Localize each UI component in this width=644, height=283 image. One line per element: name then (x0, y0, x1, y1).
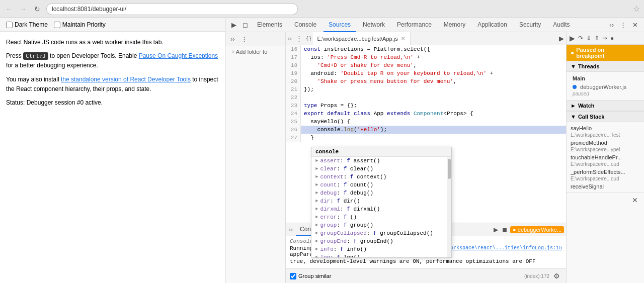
close-devtools-button[interactable]: ✕ (630, 20, 640, 30)
code-line-20: 20 'Shake or press menu button for dev m… (286, 77, 566, 85)
console-source-link[interactable]: E:\workspace\react\...ities\infoLog.js:1… (438, 245, 562, 251)
callstack-file-perform: E:\workspace\re...oud (567, 176, 644, 182)
callstack-item-say-hello[interactable]: sayHello (567, 124, 644, 132)
step-out-button[interactable]: ⇑ (593, 34, 600, 43)
group-similar-bar: Group similar (index):172 ⚙ (286, 268, 566, 283)
tab-security[interactable]: Security (514, 18, 546, 32)
tab-console[interactable]: Console (289, 18, 321, 32)
device-mode-button[interactable]: ◻ (240, 20, 250, 30)
console-stop-button[interactable]: ◼ (501, 225, 508, 234)
forward-button[interactable]: → (18, 4, 28, 14)
maintain-priority-checkbox-label[interactable]: Maintain Priority (54, 21, 106, 28)
code-line-19: 19 android: 'Double tap R on your keyboa… (286, 69, 566, 77)
callstack-item-touchable[interactable]: touchableHandlePr... (567, 153, 644, 161)
more-code-tabs-button[interactable]: ›› (286, 34, 294, 43)
call-stack-section-header[interactable]: ▼ Call Stack (567, 111, 644, 122)
app-js-tab[interactable]: E:\workspace\re...bugTest\App.js ✕ (313, 32, 410, 45)
threads-section-header[interactable]: ▼ Threads (567, 61, 644, 72)
app-js-tab-label: E:\workspace\re...bugTest\App.js (317, 36, 397, 42)
resume-button[interactable]: ▶ (569, 33, 576, 43)
console-play-button[interactable]: ▶ (493, 225, 499, 234)
standalone-devtools-link[interactable]: the standalone version of React Develope… (61, 76, 191, 83)
code-line-26: 26 console.log('Hello'); (286, 126, 566, 134)
group-similar-label: Group similar (298, 273, 331, 279)
bookmark-icon: ☆ (633, 4, 640, 14)
step-into-button[interactable]: ⇓ (585, 34, 592, 43)
call-stack-label: Call Stack (578, 114, 605, 120)
autocomplete-item-label: clear: f clear() (320, 166, 373, 172)
paused-text: Paused on breakpoint (576, 47, 604, 59)
autocomplete-item[interactable]: ► dirxml: f dirxml() (311, 205, 447, 213)
tab-performance[interactable]: Performance (392, 18, 437, 32)
step-over-button[interactable]: ↷ (577, 34, 584, 43)
more-sources-button[interactable]: ›› (228, 34, 237, 44)
watch-collapse-icon: ► (571, 103, 576, 109)
callstack-item-receive[interactable]: receiveSignal (567, 182, 644, 191)
inspect-element-button[interactable]: ▶ (229, 20, 238, 30)
code-tab-bar: ›› ⋮ { } E:\workspace\re...bugTest\App.j… (286, 32, 566, 45)
autocomplete-arrow-icon: ► (315, 215, 318, 220)
callstack-file-touchable: E:\workspace\re...oud (567, 161, 644, 168)
devtools-toolbar: ▶ ◻ Elements Console Sources Network Per… (225, 18, 644, 32)
format-code-button[interactable]: { } (304, 35, 313, 42)
paused-controls-area: ▶ ↷ ⇓ ⇑ ⇒ ● ● Paused on breakpoint (567, 32, 644, 61)
file-sidebar: ›› ⋮ + Add folder to (225, 32, 286, 283)
autocomplete-item[interactable]: ► context: f context() (311, 173, 447, 181)
autocomplete-item[interactable]: ► debug: f debug() (311, 189, 447, 197)
maintain-priority-checkbox[interactable] (54, 22, 60, 28)
autocomplete-arrow-icon: ► (315, 158, 318, 163)
main-layout: Dark Theme Maintain Priority React Nativ… (0, 18, 644, 283)
address-bar[interactable] (46, 3, 298, 15)
customize-devtools-button[interactable]: ⋮ (618, 20, 628, 30)
add-folder-button[interactable]: + Add folder to (229, 48, 269, 55)
thread-debugger-worker[interactable]: debuggerWorker.js (567, 83, 644, 91)
paused-icon: ● (571, 49, 574, 56)
autocomplete-item-label: debug: f debug() (320, 190, 373, 196)
tab-memory[interactable]: Memory (439, 18, 470, 32)
sources-menu-button[interactable]: ⋮ (239, 34, 250, 44)
autocomplete-item[interactable]: ► dir: f dir() (311, 197, 447, 205)
autocomplete-item[interactable]: ► groupCollapsed: f groupCollapsed() (311, 229, 447, 237)
callstack-item-perform[interactable]: _performSideEffects... (567, 168, 644, 176)
tab-network[interactable]: Network (358, 18, 390, 32)
refresh-button[interactable]: ↻ (32, 4, 42, 14)
callstack-item-proxied[interactable]: proxiedMethod (567, 139, 644, 147)
callstack-fn-label: _performSideEffects... (571, 169, 625, 175)
autocomplete-item[interactable]: ► groupEnd: f groupEnd() (311, 237, 447, 245)
tab-elements[interactable]: Elements (252, 18, 287, 32)
autocomplete-item[interactable]: ► error: f () (311, 213, 447, 221)
autocomplete-item[interactable]: ► group: f group() (311, 221, 447, 229)
autocomplete-dropdown: console ► assert: f assert() ► clear: f … (311, 147, 452, 258)
pause-on-exceptions-link[interactable]: Pause On Caught Exceptions (139, 52, 218, 59)
close-tab-button[interactable]: ✕ (400, 36, 406, 41)
autocomplete-item[interactable]: ► clear: f clear() (311, 165, 447, 173)
group-similar-checkbox[interactable] (290, 273, 296, 279)
autocomplete-arrow-icon: ► (315, 223, 318, 228)
autocomplete-arrow-icon: ► (315, 166, 318, 171)
autocomplete-item[interactable]: ► assert: f assert() (311, 157, 447, 165)
step-forward-button[interactable]: ⇒ (601, 34, 608, 43)
index-link[interactable]: E:\workspace\react\...ities\infoLog.js:1… (438, 245, 562, 251)
autocomplete-item[interactable]: ► log: f log() (311, 253, 447, 257)
tab-audits[interactable]: Audits (548, 18, 575, 32)
watch-section-header[interactable]: ► Watch (567, 100, 644, 111)
collapse-sidebar-button[interactable]: ▶ (557, 34, 566, 43)
tab-application[interactable]: Application (472, 18, 512, 32)
thread-main[interactable]: Main (567, 74, 644, 83)
description-p2: Press Ctrl⇧J to open Developer Tools. En… (6, 51, 219, 70)
right-debugger-panel: ▶ ↷ ⇓ ⇑ ⇒ ● ● Paused on breakpoint (566, 32, 644, 283)
code-tab-menu-button[interactable]: ⋮ (294, 34, 304, 43)
dark-theme-checkbox-label[interactable]: Dark Theme (6, 21, 48, 28)
dark-theme-checkbox[interactable] (6, 22, 13, 28)
autocomplete-item[interactable]: ► count: f count() (311, 181, 447, 189)
autocomplete-scrollbar[interactable] (447, 157, 451, 257)
deactivate-breakpoints-button[interactable]: ● (609, 34, 615, 43)
autocomplete-item[interactable]: ► info: f info() (311, 245, 447, 253)
autocomplete-arrow-icon: ► (315, 174, 318, 179)
more-tabs-button[interactable]: ›› (607, 20, 616, 30)
back-button[interactable]: ← (4, 4, 14, 14)
close-panel-button[interactable]: ✕ (630, 195, 640, 205)
tab-sources[interactable]: Sources (324, 18, 356, 32)
console-settings-button[interactable]: ⚙ (551, 271, 562, 281)
console-more-button[interactable]: ›› (288, 225, 294, 234)
